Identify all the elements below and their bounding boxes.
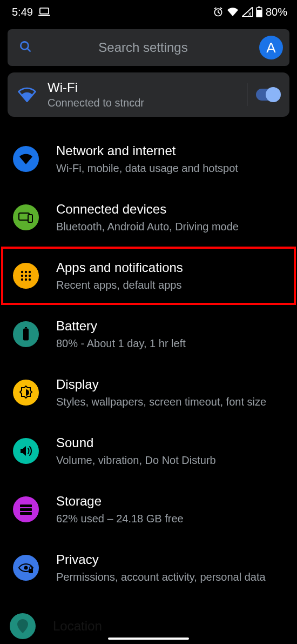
battery-icon <box>256 6 262 17</box>
item-connected-devices[interactable]: Connected devices Bluetooth, Android Aut… <box>1 188 296 247</box>
svg-rect-19 <box>25 327 27 329</box>
privacy-icon <box>13 555 39 581</box>
item-title: Apps and notifications <box>56 260 282 276</box>
wifi-texts: Wi-Fi Connected to stncdr <box>39 80 242 109</box>
apps-icon <box>13 263 39 289</box>
svg-point-17 <box>25 278 27 281</box>
item-subtitle: Wi-Fi, mobile, data usage and hotspot <box>56 161 282 175</box>
item-title: Network and internet <box>56 143 282 159</box>
devices-icon <box>13 204 39 230</box>
wifi-status-icon <box>227 7 239 17</box>
item-sound[interactable]: Sound Volume, vibration, Do Not Disturb <box>1 422 296 480</box>
svg-rect-1 <box>38 15 50 16</box>
item-title: Battery <box>56 318 282 334</box>
svg-point-16 <box>21 278 23 281</box>
item-title: Privacy <box>56 552 282 568</box>
battery-percentage: 80% <box>266 6 287 18</box>
storage-icon <box>13 496 39 522</box>
wifi-icon <box>15 87 39 102</box>
svg-point-13 <box>21 275 23 277</box>
item-display[interactable]: Display Styles, wallpapers, screen timeo… <box>1 363 296 422</box>
wifi-quick-card[interactable]: Wi-Fi Connected to stncdr <box>8 72 289 117</box>
status-time: 5:49 <box>12 6 33 18</box>
search-placeholder: Search settings <box>32 40 259 55</box>
search-settings-bar[interactable]: Search settings A <box>8 29 289 66</box>
svg-rect-20 <box>23 329 29 341</box>
wifi-title: Wi-Fi <box>48 80 242 96</box>
svg-rect-21 <box>20 504 32 507</box>
svg-point-15 <box>29 275 31 277</box>
svg-rect-25 <box>29 569 33 573</box>
signal-icon: x <box>242 7 253 17</box>
item-battery[interactable]: Battery 80% - About 1 day, 1 hr left <box>1 305 296 363</box>
svg-point-18 <box>29 278 31 281</box>
settings-list: Network and internet Wi-Fi, mobile, data… <box>0 130 297 602</box>
item-subtitle: 62% used – 24.18 GB free <box>56 512 282 526</box>
item-subtitle: Permissions, account activity, personal … <box>56 570 282 584</box>
item-title: Display <box>56 376 282 393</box>
item-title: Connected devices <box>56 201 282 217</box>
svg-rect-0 <box>40 8 49 14</box>
status-bar: 5:49 x 80% <box>0 0 297 24</box>
item-network-and-internet[interactable]: Network and internet Wi-Fi, mobile, data… <box>1 130 296 188</box>
wifi-subtitle: Connected to stncdr <box>48 97 242 109</box>
item-apps-and-notifications[interactable]: Apps and notifications Recent apps, defa… <box>1 247 296 305</box>
svg-point-14 <box>25 275 27 277</box>
item-subtitle: Styles, wallpapers, screen timeout, font… <box>56 395 282 409</box>
brightness-icon <box>13 380 39 406</box>
item-storage[interactable]: Storage 62% used – 24.18 GB free <box>1 480 296 539</box>
svg-text:x: x <box>248 11 251 17</box>
item-subtitle: Volume, vibration, Do Not Disturb <box>56 453 282 467</box>
home-indicator[interactable] <box>108 638 189 640</box>
svg-rect-22 <box>20 508 32 511</box>
wifi-card-divider <box>247 83 247 106</box>
alarm-icon <box>213 6 224 17</box>
item-location-cutoff[interactable]: Location <box>0 602 297 639</box>
svg-rect-23 <box>20 512 32 515</box>
svg-point-11 <box>25 271 27 273</box>
battery-icon <box>13 321 39 347</box>
item-title: Location <box>36 619 102 634</box>
status-bar-right: x 80% <box>213 6 287 18</box>
item-title: Sound <box>56 435 282 451</box>
item-privacy[interactable]: Privacy Permissions, account activity, p… <box>1 539 296 597</box>
volume-icon <box>13 438 39 464</box>
avatar-initial: A <box>266 39 275 56</box>
wifi-icon <box>13 146 39 172</box>
svg-rect-6 <box>256 10 262 17</box>
item-subtitle: 80% - About 1 day, 1 hr left <box>56 336 282 350</box>
item-subtitle: Bluetooth, Android Auto, Driving mode <box>56 220 282 234</box>
avatar[interactable]: A <box>259 36 283 59</box>
laptop-icon <box>38 7 50 17</box>
item-subtitle: Recent apps, default apps <box>56 278 282 292</box>
svg-rect-9 <box>28 215 32 222</box>
svg-point-10 <box>21 271 23 273</box>
search-icon <box>18 39 32 56</box>
location-icon <box>10 613 36 639</box>
svg-point-12 <box>29 271 31 273</box>
status-bar-left: 5:49 <box>12 6 50 18</box>
item-title: Storage <box>56 493 282 509</box>
wifi-toggle[interactable] <box>256 89 280 101</box>
svg-point-24 <box>24 566 28 570</box>
